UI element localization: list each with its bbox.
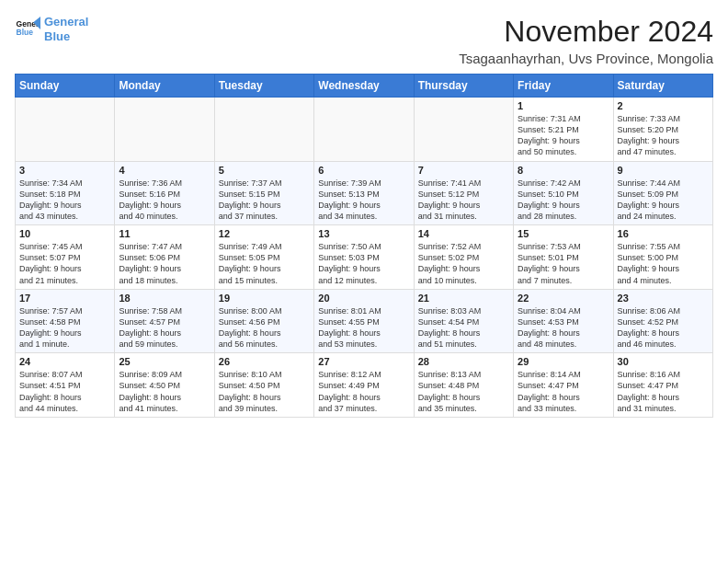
- calendar-cell: 12Sunrise: 7:49 AM Sunset: 5:05 PM Dayli…: [214, 225, 313, 290]
- day-number: 27: [318, 356, 409, 367]
- calendar-cell: [214, 98, 313, 162]
- calendar-cell: 17Sunrise: 7:57 AM Sunset: 4:58 PM Dayli…: [16, 289, 115, 353]
- location: Tsagaanhayrhan, Uvs Province, Mongolia: [459, 51, 713, 66]
- calendar-cell: 3Sunrise: 7:34 AM Sunset: 5:18 PM Daylig…: [16, 161, 115, 225]
- logo-text: General Blue: [44, 15, 88, 43]
- day-detail: Sunrise: 7:44 AM Sunset: 5:09 PM Dayligh…: [618, 178, 709, 223]
- day-detail: Sunrise: 7:49 AM Sunset: 5:05 PM Dayligh…: [219, 241, 310, 286]
- day-number: 15: [518, 228, 609, 239]
- day-number: 17: [19, 293, 110, 304]
- day-number: 26: [219, 356, 310, 367]
- day-number: 19: [219, 293, 310, 304]
- day-detail: Sunrise: 8:03 AM Sunset: 4:54 PM Dayligh…: [418, 305, 509, 350]
- day-detail: Sunrise: 7:57 AM Sunset: 4:58 PM Dayligh…: [19, 305, 110, 350]
- day-number: 25: [119, 356, 210, 367]
- day-detail: Sunrise: 7:41 AM Sunset: 5:12 PM Dayligh…: [418, 178, 509, 223]
- logo-line1: General: [44, 15, 88, 29]
- logo-icon: General Blue: [15, 17, 40, 42]
- calendar-cell: 8Sunrise: 7:42 AM Sunset: 5:10 PM Daylig…: [514, 161, 613, 225]
- day-detail: Sunrise: 7:50 AM Sunset: 5:03 PM Dayligh…: [318, 241, 409, 286]
- calendar-cell: 15Sunrise: 7:53 AM Sunset: 5:01 PM Dayli…: [514, 225, 613, 290]
- day-number: 3: [19, 165, 110, 176]
- calendar-cell: 11Sunrise: 7:47 AM Sunset: 5:06 PM Dayli…: [115, 225, 214, 290]
- calendar-cell: 28Sunrise: 8:13 AM Sunset: 4:48 PM Dayli…: [414, 353, 513, 418]
- day-detail: Sunrise: 7:37 AM Sunset: 5:15 PM Dayligh…: [219, 178, 310, 223]
- calendar-cell: 27Sunrise: 8:12 AM Sunset: 4:49 PM Dayli…: [314, 353, 414, 418]
- day-number: 8: [518, 165, 609, 176]
- day-detail: Sunrise: 7:42 AM Sunset: 5:10 PM Dayligh…: [518, 178, 609, 223]
- day-number: 9: [618, 165, 709, 176]
- calendar-cell: 19Sunrise: 8:00 AM Sunset: 4:56 PM Dayli…: [214, 289, 313, 353]
- calendar-cell: 7Sunrise: 7:41 AM Sunset: 5:12 PM Daylig…: [414, 161, 513, 225]
- calendar-cell: [16, 98, 115, 162]
- weekday-header-cell: Monday: [115, 75, 214, 98]
- day-detail: Sunrise: 7:45 AM Sunset: 5:07 PM Dayligh…: [19, 241, 110, 286]
- day-detail: Sunrise: 7:33 AM Sunset: 5:20 PM Dayligh…: [618, 113, 709, 158]
- day-number: 4: [119, 165, 210, 176]
- day-number: 11: [119, 228, 210, 239]
- calendar-week-row: 10Sunrise: 7:45 AM Sunset: 5:07 PM Dayli…: [16, 225, 713, 290]
- calendar-cell: [314, 98, 414, 162]
- calendar-cell: 22Sunrise: 8:04 AM Sunset: 4:53 PM Dayli…: [514, 289, 613, 353]
- day-number: 18: [119, 293, 210, 304]
- calendar-cell: 6Sunrise: 7:39 AM Sunset: 5:13 PM Daylig…: [314, 161, 414, 225]
- day-number: 13: [318, 228, 409, 239]
- calendar-cell: 4Sunrise: 7:36 AM Sunset: 5:16 PM Daylig…: [115, 161, 214, 225]
- calendar-cell: 10Sunrise: 7:45 AM Sunset: 5:07 PM Dayli…: [16, 225, 115, 290]
- calendar-cell: 9Sunrise: 7:44 AM Sunset: 5:09 PM Daylig…: [613, 161, 712, 225]
- calendar-body: 1Sunrise: 7:31 AM Sunset: 5:21 PM Daylig…: [16, 98, 713, 418]
- calendar-week-row: 3Sunrise: 7:34 AM Sunset: 5:18 PM Daylig…: [16, 161, 713, 225]
- day-detail: Sunrise: 8:04 AM Sunset: 4:53 PM Dayligh…: [518, 305, 609, 350]
- day-number: 22: [518, 293, 609, 304]
- logo: General Blue General Blue: [15, 15, 88, 43]
- calendar-week-row: 17Sunrise: 7:57 AM Sunset: 4:58 PM Dayli…: [16, 289, 713, 353]
- weekday-header-cell: Thursday: [414, 75, 513, 98]
- day-number: 28: [418, 356, 509, 367]
- header: General Blue General Blue November 2024 …: [15, 15, 713, 66]
- day-detail: Sunrise: 8:01 AM Sunset: 4:55 PM Dayligh…: [318, 305, 409, 350]
- day-detail: Sunrise: 8:09 AM Sunset: 4:50 PM Dayligh…: [119, 369, 210, 414]
- calendar-cell: 13Sunrise: 7:50 AM Sunset: 5:03 PM Dayli…: [314, 225, 414, 290]
- calendar-week-row: 1Sunrise: 7:31 AM Sunset: 5:21 PM Daylig…: [16, 98, 713, 162]
- calendar-cell: 23Sunrise: 8:06 AM Sunset: 4:52 PM Dayli…: [613, 289, 712, 353]
- calendar-cell: [115, 98, 214, 162]
- day-number: 1: [518, 100, 609, 111]
- day-detail: Sunrise: 7:36 AM Sunset: 5:16 PM Dayligh…: [119, 178, 210, 223]
- day-number: 14: [418, 228, 509, 239]
- svg-text:Blue: Blue: [17, 28, 34, 37]
- day-detail: Sunrise: 8:06 AM Sunset: 4:52 PM Dayligh…: [618, 305, 709, 350]
- day-detail: Sunrise: 8:16 AM Sunset: 4:47 PM Dayligh…: [618, 369, 709, 414]
- calendar-cell: 18Sunrise: 7:58 AM Sunset: 4:57 PM Dayli…: [115, 289, 214, 353]
- day-detail: Sunrise: 8:14 AM Sunset: 4:47 PM Dayligh…: [518, 369, 609, 414]
- weekday-header-cell: Sunday: [16, 75, 115, 98]
- day-detail: Sunrise: 7:39 AM Sunset: 5:13 PM Dayligh…: [318, 178, 409, 223]
- calendar-cell: 30Sunrise: 8:16 AM Sunset: 4:47 PM Dayli…: [613, 353, 712, 418]
- calendar-cell: 5Sunrise: 7:37 AM Sunset: 5:15 PM Daylig…: [214, 161, 313, 225]
- day-number: 23: [618, 293, 709, 304]
- calendar-cell: 26Sunrise: 8:10 AM Sunset: 4:50 PM Dayli…: [214, 353, 313, 418]
- day-number: 20: [318, 293, 409, 304]
- calendar-cell: [414, 98, 513, 162]
- day-detail: Sunrise: 8:10 AM Sunset: 4:50 PM Dayligh…: [219, 369, 310, 414]
- day-detail: Sunrise: 7:31 AM Sunset: 5:21 PM Dayligh…: [518, 113, 609, 158]
- day-number: 21: [418, 293, 509, 304]
- calendar-cell: 25Sunrise: 8:09 AM Sunset: 4:50 PM Dayli…: [115, 353, 214, 418]
- month-title: November 2024: [459, 15, 713, 49]
- weekday-header-row: SundayMondayTuesdayWednesdayThursdayFrid…: [16, 75, 713, 98]
- day-detail: Sunrise: 7:52 AM Sunset: 5:02 PM Dayligh…: [418, 241, 509, 286]
- calendar-cell: 24Sunrise: 8:07 AM Sunset: 4:51 PM Dayli…: [16, 353, 115, 418]
- calendar-cell: 14Sunrise: 7:52 AM Sunset: 5:02 PM Dayli…: [414, 225, 513, 290]
- calendar-week-row: 24Sunrise: 8:07 AM Sunset: 4:51 PM Dayli…: [16, 353, 713, 418]
- day-detail: Sunrise: 7:47 AM Sunset: 5:06 PM Dayligh…: [119, 241, 210, 286]
- day-number: 24: [19, 356, 110, 367]
- day-number: 12: [219, 228, 310, 239]
- weekday-header-cell: Wednesday: [314, 75, 414, 98]
- day-detail: Sunrise: 7:58 AM Sunset: 4:57 PM Dayligh…: [119, 305, 210, 350]
- day-number: 16: [618, 228, 709, 239]
- calendar-cell: 2Sunrise: 7:33 AM Sunset: 5:20 PM Daylig…: [613, 98, 712, 162]
- day-number: 2: [618, 100, 709, 111]
- calendar-cell: 16Sunrise: 7:55 AM Sunset: 5:00 PM Dayli…: [613, 225, 712, 290]
- day-number: 30: [618, 356, 709, 367]
- weekday-header-cell: Tuesday: [214, 75, 313, 98]
- calendar-cell: 29Sunrise: 8:14 AM Sunset: 4:47 PM Dayli…: [514, 353, 613, 418]
